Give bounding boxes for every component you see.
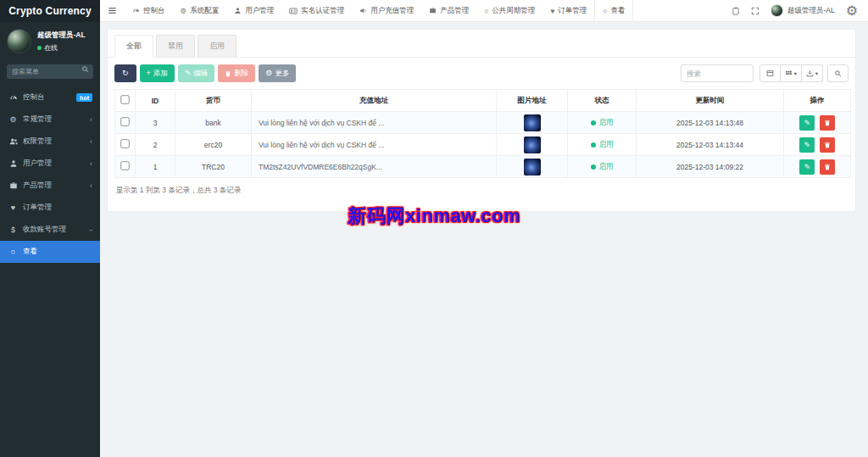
sidebar-item-payment-account[interactable]: $ 收款账号管理 ‹ xyxy=(0,219,100,241)
topnav-tab-dashboard[interactable]: 控制台 xyxy=(125,0,173,21)
hamburger-menu-icon[interactable] xyxy=(100,6,125,15)
topnav-tab-recharge-mgmt[interactable]: 用户充值管理 xyxy=(352,0,421,21)
more-button-label: 更多 xyxy=(275,69,289,79)
caret-down-icon: ▾ xyxy=(815,70,818,77)
sidebar-item-product[interactable]: 产品管理 ‹ xyxy=(0,175,100,197)
briefcase-icon xyxy=(429,7,437,14)
column-header-address: 充值地址 xyxy=(252,90,497,112)
edit-button-label: 编辑 xyxy=(193,69,208,79)
navbar-user-name: 超级管理员-AL xyxy=(787,6,835,16)
cell-currency: bank xyxy=(175,112,252,134)
cell-updated: 2025-12-03 14:13:44 xyxy=(637,134,784,156)
search-submit-button[interactable] xyxy=(827,64,849,82)
sidebar-item-label: 用户管理 xyxy=(23,159,85,169)
topnav-tab-public-cycle[interactable]: ○ 公共周期管理 xyxy=(476,0,542,21)
user-avatar xyxy=(7,29,31,53)
heart-icon: ♥ xyxy=(8,203,18,212)
pencil-icon: ✎ xyxy=(185,70,192,77)
topnav-tab-system-config[interactable]: ⚙ 系统配置 xyxy=(173,0,227,21)
sidebar-item-general[interactable]: ⚙ 常规管理 ‹ xyxy=(0,109,100,131)
row-checkbox[interactable] xyxy=(120,117,129,125)
status-dot-icon xyxy=(591,142,596,148)
user-info: 超级管理员-AL 在线 xyxy=(37,31,86,53)
refresh-button[interactable]: ↻ xyxy=(114,64,136,82)
table-search-input[interactable] xyxy=(681,64,754,82)
circle-icon: ○ xyxy=(484,7,488,15)
pencil-icon: ✎ xyxy=(804,119,811,127)
clipboard-icon[interactable] xyxy=(732,7,740,15)
toolbar-right: ▾ ▾ xyxy=(681,64,849,82)
navbar-user-menu[interactable]: 超级管理员-AL xyxy=(771,4,835,17)
columns-button[interactable]: ▾ xyxy=(781,64,802,82)
column-header-status: 状态 xyxy=(568,90,637,112)
column-header-image: 图片地址 xyxy=(497,90,568,112)
sidebar: Crypto Currency 超级管理员-AL 在线 控制 xyxy=(0,0,100,457)
sidebar-item-view[interactable]: ○ 查看 xyxy=(0,241,100,263)
toggle-view-button[interactable] xyxy=(760,64,781,82)
id-card-icon xyxy=(289,7,298,15)
table-row: 2 erc20 Vui lòng liên hệ với dịch vụ CSK… xyxy=(115,134,851,156)
table-row: 3 bank Vui lòng liên hệ với dịch vụ CSKH… xyxy=(115,112,851,134)
add-button[interactable]: + 添加 xyxy=(140,64,175,82)
topnav-tab-label: 查看 xyxy=(610,6,625,16)
edit-row-button[interactable]: ✎ xyxy=(799,137,815,153)
delete-row-button[interactable] xyxy=(820,159,835,175)
product-icon xyxy=(8,181,18,190)
delete-button-label: 删除 xyxy=(234,69,248,79)
delete-row-button[interactable] xyxy=(820,115,835,131)
cell-updated: 2025-12-03 14:13:48 xyxy=(637,112,784,134)
trash-icon xyxy=(824,164,831,170)
gears-icon[interactable]: ⚙ xyxy=(846,3,858,19)
sidebar-item-dashboard[interactable]: 控制台 hot xyxy=(0,86,100,109)
topnav-tab-order-mgmt[interactable]: ♥ 订单管理 xyxy=(542,0,594,21)
cell-id: 2 xyxy=(136,134,175,156)
currency-image-thumbnail[interactable] xyxy=(524,137,541,153)
add-button-label: 添加 xyxy=(153,69,168,79)
more-button[interactable]: ⚙ 更多 xyxy=(259,64,296,82)
currency-image-thumbnail[interactable] xyxy=(524,114,541,131)
hot-badge: hot xyxy=(76,93,92,102)
topnav-tab-user-mgmt[interactable]: 用户管理 xyxy=(226,0,281,21)
topnav-tab-label: 订单管理 xyxy=(558,6,587,16)
online-dot-icon xyxy=(37,46,42,50)
row-checkbox[interactable] xyxy=(120,161,129,170)
gear-icon: ⚙ xyxy=(265,70,272,77)
pencil-icon: ✎ xyxy=(804,141,811,149)
circle-icon: ○ xyxy=(603,7,607,15)
topnav-tab-view[interactable]: ○ 查看 xyxy=(594,0,633,21)
edit-row-button[interactable]: ✎ xyxy=(799,159,815,175)
cell-address: Vui lòng liên hệ với dịch vụ CSKH để ... xyxy=(252,134,497,156)
export-button[interactable]: ▾ xyxy=(802,64,823,82)
money-icon: $ xyxy=(8,226,18,234)
user-panel: 超级管理员-AL 在线 xyxy=(0,22,100,58)
sidebar-item-label: 权限管理 xyxy=(23,137,85,147)
edit-row-button[interactable]: ✎ xyxy=(799,115,815,131)
select-all-checkbox[interactable] xyxy=(120,95,129,103)
refresh-icon: ↻ xyxy=(122,70,129,77)
cell-currency: TRC20 xyxy=(175,156,252,178)
main-area: 控制台 ⚙ 系统配置 用户管理 实名认证管理 xyxy=(100,0,868,457)
tab-disabled[interactable]: 禁用 xyxy=(156,35,195,57)
delete-row-button[interactable] xyxy=(820,137,835,153)
app-window: Crypto Currency 超级管理员-AL 在线 控制 xyxy=(0,0,868,457)
status-badge: 启用 xyxy=(591,162,614,172)
user-name: 超级管理员-AL xyxy=(37,31,86,41)
edit-button[interactable]: ✎ 编辑 xyxy=(178,64,215,82)
topnav-tab-product-mgmt[interactable]: 产品管理 xyxy=(421,0,476,21)
delete-button[interactable]: 删除 xyxy=(218,64,255,82)
sidebar-item-order[interactable]: ♥ 订单管理 xyxy=(0,197,100,219)
currency-image-thumbnail[interactable] xyxy=(524,159,541,176)
status-dot-icon xyxy=(591,164,596,170)
tab-all[interactable]: 全部 xyxy=(114,35,153,58)
sidebar-item-user[interactable]: 用户管理 ‹ xyxy=(0,153,100,175)
tab-enabled[interactable]: 启用 xyxy=(198,35,236,57)
sidebar-item-auth[interactable]: 权限管理 ‹ xyxy=(0,131,100,153)
topnav-tab-realname-auth[interactable]: 实名认证管理 xyxy=(281,0,352,21)
table-toolbar: ↻ + 添加 ✎ 编辑 xyxy=(114,64,849,82)
table-control-group: ▾ ▾ xyxy=(760,64,823,82)
row-checkbox[interactable] xyxy=(120,139,129,148)
panel-body: ↻ + 添加 ✎ 编辑 xyxy=(108,58,855,211)
sidebar-search-input[interactable] xyxy=(7,64,93,79)
fullscreen-icon[interactable] xyxy=(751,7,760,15)
status-label: 启用 xyxy=(599,162,614,172)
